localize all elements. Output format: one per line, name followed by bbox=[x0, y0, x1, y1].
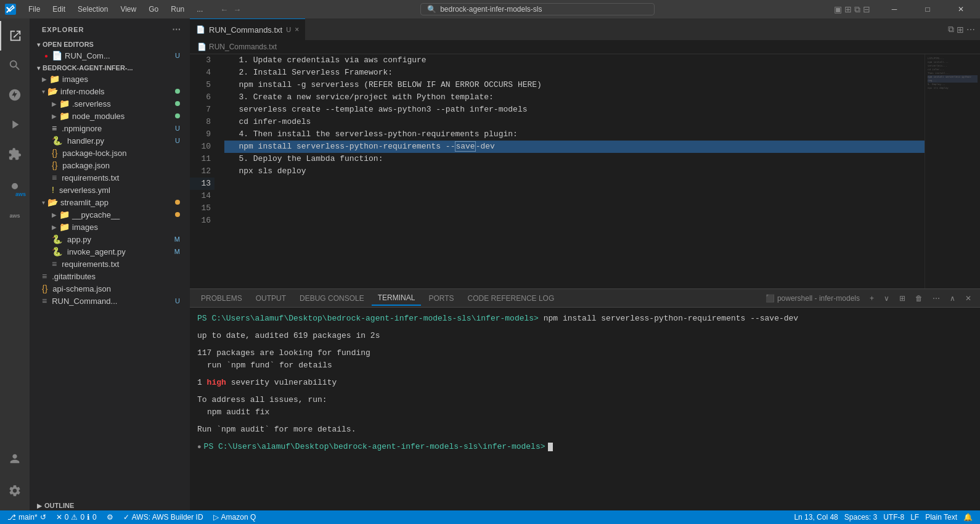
activity-run-debug[interactable] bbox=[0, 110, 30, 139]
outline-section[interactable]: ▶ OUTLINE bbox=[30, 499, 190, 510]
file-serverless-yml[interactable]: ! serverless.yml bbox=[30, 184, 190, 196]
folder-node-modules[interactable]: ▶ 📁 node_modules bbox=[30, 110, 190, 122]
maximize-button[interactable]: □ bbox=[913, 0, 942, 18]
split-editor-icon[interactable]: ⧉ bbox=[948, 24, 954, 35]
editor-area: 📄 RUN_Commands.txt U × ⧉ ⊞ ⋯ 📄 RUN_Comma… bbox=[190, 18, 980, 510]
tab-output[interactable]: OUTPUT bbox=[250, 292, 292, 305]
play-icon: ▷ bbox=[213, 513, 219, 522]
file-run-commands[interactable]: ≡ RUN_Command... U bbox=[30, 295, 190, 307]
activity-accounts[interactable] bbox=[0, 444, 30, 473]
tab-code-reference[interactable]: CODE REFERENCE LOG bbox=[462, 292, 561, 305]
open-editors-section[interactable]: ▾ OPEN EDITORS bbox=[30, 38, 190, 49]
open-editors-label: OPEN EDITORS bbox=[43, 41, 94, 48]
code-content[interactable]: 1. Update credentials via aws configure … bbox=[219, 54, 925, 289]
activity-explorer[interactable] bbox=[0, 21, 30, 51]
activity-settings[interactable] bbox=[0, 476, 30, 506]
activity-search[interactable] bbox=[0, 51, 30, 80]
folder-infer-models[interactable]: ▾ 📂 infer-models bbox=[30, 85, 190, 97]
project-section[interactable]: ▾ BEDROCK-AGENT-INFER-... bbox=[30, 62, 190, 73]
activity-source-control[interactable] bbox=[0, 80, 30, 110]
aws-label: AWS: AWS Builder ID bbox=[132, 513, 203, 522]
notifications[interactable]: 🔔 bbox=[961, 510, 975, 524]
layout-icon3[interactable]: ⧉ bbox=[854, 4, 860, 15]
term-prompt2-line: ● PS C:\Users\alamuf\Desktop\bedrock-age… bbox=[197, 441, 973, 453]
term-output-2: up to date, audited 619 packages in 2s bbox=[197, 330, 973, 342]
spaces[interactable]: Spaces: 3 bbox=[842, 510, 880, 524]
folder-pycache[interactable]: ▶ 📁 __pycache__ bbox=[30, 208, 190, 221]
layout-icon1[interactable]: ▣ bbox=[834, 4, 842, 15]
menu-edit[interactable]: Edit bbox=[47, 4, 70, 15]
more-icon[interactable]: ⋯ bbox=[966, 25, 975, 35]
layout-icon[interactable]: ⊞ bbox=[957, 25, 964, 35]
file-npmignore[interactable]: ≡ .npmignore U bbox=[30, 122, 190, 134]
status-aws[interactable]: ✓ AWS: AWS Builder ID bbox=[121, 510, 206, 524]
line-ending[interactable]: LF bbox=[908, 510, 921, 524]
file-requirements-streamlit[interactable]: ≡ requirements.txt bbox=[30, 258, 190, 270]
tab-debug-console[interactable]: DEBUG CONSOLE bbox=[293, 292, 370, 305]
status-bar: ⎇ main* ↺ ✕ 0 ⚠ 0 ℹ 0 ⚙ ✓ AWS: AWS Build… bbox=[0, 510, 980, 524]
activity-remote[interactable]: aws bbox=[0, 171, 30, 201]
file-requirements[interactable]: ≡ requirements.txt bbox=[30, 171, 190, 184]
close-dot: ● bbox=[44, 52, 48, 59]
code-line-15: 5. Deploy the Lambda function: bbox=[224, 153, 925, 165]
file-app-py[interactable]: 🐍 app.py M bbox=[30, 233, 190, 245]
file-icon: {} bbox=[42, 284, 47, 293]
folder-icon: 📂 bbox=[47, 86, 58, 96]
breadcrumb: 📄 RUN_Commands.txt bbox=[190, 40, 980, 54]
split-terminal-button[interactable]: ⊞ bbox=[896, 293, 909, 304]
minimize-button[interactable]: ─ bbox=[880, 0, 909, 18]
add-terminal-button[interactable]: + bbox=[866, 293, 878, 304]
new-file-icon[interactable]: ⋯ bbox=[171, 23, 182, 36]
file-invoke-agent[interactable]: 🐍 invoke_agent.py M bbox=[30, 245, 190, 258]
language-mode[interactable]: Plain Text bbox=[923, 510, 960, 524]
menu-run[interactable]: Run bbox=[166, 4, 189, 15]
folder-serverless[interactable]: ▶ 📁 .serverless bbox=[30, 97, 190, 110]
folder-streamlit[interactable]: ▾ 📂 streamlit_app bbox=[30, 196, 190, 208]
folder-images[interactable]: ▶ 📁 images bbox=[30, 73, 190, 85]
terminal-dropdown[interactable]: ∨ bbox=[880, 293, 893, 304]
more-terminal[interactable]: ⋯ bbox=[929, 293, 944, 304]
menu-go[interactable]: Go bbox=[144, 4, 163, 15]
tab-terminal[interactable]: TERMINAL bbox=[372, 291, 422, 306]
tab-problems[interactable]: PROBLEMS bbox=[195, 292, 248, 305]
maximize-panel[interactable]: ∧ bbox=[946, 293, 959, 304]
layout-icon4[interactable]: ⊟ bbox=[863, 4, 870, 15]
search-box[interactable]: 🔍 bedrock-agent-infer-models-sls bbox=[420, 3, 655, 15]
file-api-schema[interactable]: {} api-schema.json bbox=[30, 282, 190, 295]
file-name: package.json bbox=[62, 161, 110, 170]
code-line-12: 4. Then install the serverless-python-re… bbox=[224, 128, 925, 141]
nav-back[interactable]: ← bbox=[220, 5, 228, 14]
encoding[interactable]: UTF-8 bbox=[881, 510, 907, 524]
close-panel[interactable]: ✕ bbox=[962, 293, 975, 304]
status-amazon-q[interactable]: ▷ Amazon Q bbox=[211, 510, 259, 524]
menu-file[interactable]: File bbox=[23, 4, 45, 15]
file-package-json[interactable]: {} package.json bbox=[30, 159, 190, 171]
code-editor[interactable]: 3 4 5 6 7 8 9 10 11 12 13 14 15 16 1. U bbox=[190, 54, 925, 289]
status-debug[interactable]: ⚙ bbox=[104, 510, 116, 524]
tab-ports[interactable]: PORTS bbox=[422, 292, 460, 305]
layout-icon2[interactable]: ⊞ bbox=[844, 4, 852, 15]
file-package-lock[interactable]: {} package-lock.json bbox=[30, 147, 190, 159]
folder-name: node_modules bbox=[72, 112, 125, 121]
term-output-12: Run `npm audit` for more details. bbox=[197, 424, 973, 436]
open-editor-run-commands[interactable]: ● 📄 RUN_Com... U bbox=[30, 49, 190, 62]
close-button[interactable]: ✕ bbox=[947, 0, 975, 18]
menu-more[interactable]: ... bbox=[192, 4, 208, 15]
menu-view[interactable]: View bbox=[115, 4, 141, 15]
tab-close-button[interactable]: × bbox=[295, 25, 299, 34]
kill-terminal-button[interactable]: 🗑 bbox=[912, 293, 926, 304]
file-gitattributes[interactable]: ≡ .gitattributes bbox=[30, 270, 190, 282]
folder-chevron: ▶ bbox=[52, 211, 57, 218]
terminal-content[interactable]: PS C:\Users\alamuf\Desktop\bedrock-agent… bbox=[190, 308, 980, 510]
activity-aws[interactable]: aws bbox=[0, 201, 30, 231]
tab-run-commands[interactable]: 📄 RUN_Commands.txt U × bbox=[190, 18, 305, 40]
nav-forward[interactable]: → bbox=[233, 5, 241, 14]
git-branch[interactable]: ⎇ main* ↺ bbox=[5, 510, 49, 524]
errors-warnings[interactable]: ✕ 0 ⚠ 0 ℹ 0 bbox=[54, 510, 99, 524]
folder-streamlit-images[interactable]: ▶ 📁 images bbox=[30, 221, 190, 233]
file-name: requirements.txt bbox=[62, 260, 119, 269]
file-handler-py[interactable]: 🐍 handler.py U bbox=[30, 134, 190, 147]
line-col[interactable]: Ln 13, Col 48 bbox=[791, 510, 840, 524]
activity-extensions[interactable] bbox=[0, 139, 30, 169]
menu-selection[interactable]: Selection bbox=[73, 4, 113, 15]
